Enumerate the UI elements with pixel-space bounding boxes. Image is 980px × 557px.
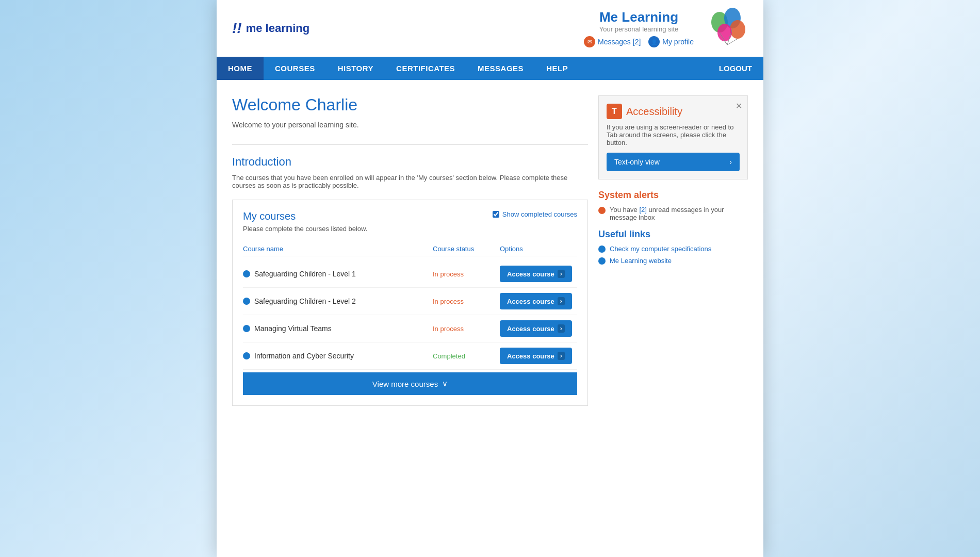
access-course-label: Access course	[507, 298, 554, 305]
accessibility-description: If you are using a screen-reader or need…	[607, 123, 740, 146]
course-options-cell: Access course ›	[500, 266, 577, 282]
messages-label: Messages [2]	[598, 38, 641, 46]
introduction-title: Introduction	[232, 155, 588, 169]
access-course-arrow-icon: ›	[558, 352, 565, 360]
course-status: Completed	[433, 352, 500, 360]
course-name: Safeguarding Children - Level 1	[254, 270, 356, 278]
text-only-arrow-icon: ›	[729, 158, 732, 166]
accessibility-title: Accessibility	[626, 106, 682, 118]
site-tagline: Your personal learning site	[584, 25, 694, 33]
nav-history[interactable]: HISTORY	[326, 57, 385, 80]
useful-links-list: Check my computer specifications Me Lear…	[598, 245, 748, 265]
alert-dot-icon	[598, 207, 606, 214]
accessibility-box: ✕ T Accessibility If you are using a scr…	[598, 95, 748, 179]
text-only-button[interactable]: Text-only view ›	[607, 153, 740, 171]
useful-link-label[interactable]: Check my computer specifications	[610, 245, 711, 253]
show-completed-label: Show completed courses	[502, 210, 577, 218]
view-more-icon: ∨	[442, 379, 448, 388]
show-completed-checkbox[interactable]	[493, 211, 499, 218]
logo-mark: !!	[232, 20, 242, 37]
access-course-label: Access course	[507, 352, 554, 360]
close-accessibility-button[interactable]: ✕	[736, 101, 742, 111]
course-status: In process	[433, 270, 500, 278]
course-dot-icon	[243, 270, 250, 277]
course-rows: Safeguarding Children - Level 1 In proce…	[243, 260, 577, 370]
course-name: Information and Cyber Security	[254, 352, 354, 360]
access-course-arrow-icon: ›	[558, 270, 565, 278]
access-course-label: Access course	[507, 325, 554, 333]
access-course-arrow-icon: ›	[558, 297, 565, 305]
welcome-text: Welcome to your personal learning site.	[232, 121, 588, 129]
text-only-label: Text-only view	[614, 158, 660, 166]
useful-link-item[interactable]: Check my computer specifications	[598, 245, 748, 253]
profile-label: My profile	[662, 38, 694, 46]
access-course-arrow-icon: ›	[558, 324, 565, 333]
useful-link-item[interactable]: Me Learning website	[598, 257, 748, 265]
view-more-button[interactable]: View more courses ∨	[243, 372, 577, 395]
course-options-cell: Access course ›	[500, 348, 577, 364]
main-nav: HOME COURSES HISTORY CERTIFICATES MESSAG…	[217, 57, 763, 80]
course-name: Safeguarding Children - Level 2	[254, 297, 356, 305]
useful-link-label[interactable]: Me Learning website	[610, 257, 672, 265]
access-course-button[interactable]: Access course ›	[500, 320, 572, 337]
course-dot-icon	[243, 352, 250, 359]
profile-icon: 👤	[648, 36, 660, 47]
site-info: Me Learning Your personal learning site …	[584, 9, 694, 47]
alert-count-link[interactable]: [2]	[639, 206, 646, 214]
nav-messages[interactable]: MESSAGES	[466, 57, 535, 80]
link-dot-icon	[598, 245, 606, 253]
link-dot-icon	[598, 257, 606, 265]
course-options-cell: Access course ›	[500, 293, 577, 309]
view-more-label: View more courses	[372, 380, 438, 388]
messages-icon: ✉	[584, 36, 595, 47]
table-row: Safeguarding Children - Level 2 In proce…	[243, 288, 577, 315]
course-dot-icon	[243, 298, 250, 305]
course-name-cell: Safeguarding Children - Level 1	[243, 270, 433, 278]
access-course-label: Access course	[507, 270, 554, 278]
course-name-cell: Safeguarding Children - Level 2	[243, 297, 433, 305]
system-alerts: System alerts You have [2] unread messag…	[598, 190, 748, 221]
courses-section: My courses Show completed courses Please…	[232, 200, 588, 406]
alert-item: You have [2] unread messages in your mes…	[598, 206, 748, 221]
col-options-header: Options	[500, 245, 577, 253]
nav-courses[interactable]: COURSES	[264, 57, 326, 80]
useful-links: Useful links Check my computer specifica…	[598, 229, 748, 265]
course-dot-icon	[243, 325, 250, 332]
messages-link[interactable]: ✉ Messages [2]	[584, 36, 641, 47]
course-table-header: Course name Course status Options	[243, 242, 577, 256]
site-name: Me Learning	[584, 9, 694, 25]
course-status: In process	[433, 325, 500, 333]
nav-logout[interactable]: LOGOUT	[708, 57, 763, 80]
col-status-header: Course status	[433, 245, 500, 253]
accessibility-icon: T	[607, 104, 622, 119]
courses-subtitle: Please complete the courses listed below…	[243, 225, 577, 233]
course-status: In process	[433, 298, 500, 305]
welcome-heading: Welcome Charlie	[232, 95, 588, 114]
nav-help[interactable]: HELP	[535, 57, 579, 80]
nav-certificates[interactable]: CERTIFICATES	[385, 57, 466, 80]
course-name: Managing Virtual Teams	[254, 324, 332, 333]
introduction-text: The courses that you have been enrolled …	[232, 174, 588, 189]
show-completed-toggle[interactable]: Show completed courses	[493, 210, 577, 218]
table-row: Information and Cyber Security Completed…	[243, 342, 577, 370]
nav-home[interactable]: HOME	[217, 57, 264, 80]
col-name-header: Course name	[243, 245, 433, 253]
course-options-cell: Access course ›	[500, 320, 577, 337]
system-alerts-title: System alerts	[598, 190, 748, 201]
profile-link[interactable]: 👤 My profile	[648, 36, 694, 47]
alert-text: You have [2] unread messages in your mes…	[610, 206, 748, 221]
course-name-cell: Managing Virtual Teams	[243, 324, 433, 333]
table-row: Managing Virtual Teams In process Access…	[243, 315, 577, 342]
logo: !! me learning	[232, 20, 309, 37]
balloon-logo	[707, 8, 748, 49]
courses-title: My courses	[243, 210, 296, 222]
table-row: Safeguarding Children - Level 1 In proce…	[243, 260, 577, 288]
useful-links-title: Useful links	[598, 229, 748, 240]
access-course-button[interactable]: Access course ›	[500, 266, 572, 282]
balloons-svg	[707, 8, 748, 49]
svg-line-7	[725, 41, 727, 45]
access-course-button[interactable]: Access course ›	[500, 348, 572, 364]
course-name-cell: Information and Cyber Security	[243, 352, 433, 360]
access-course-button[interactable]: Access course ›	[500, 293, 572, 309]
logo-text: me learning	[246, 22, 309, 35]
